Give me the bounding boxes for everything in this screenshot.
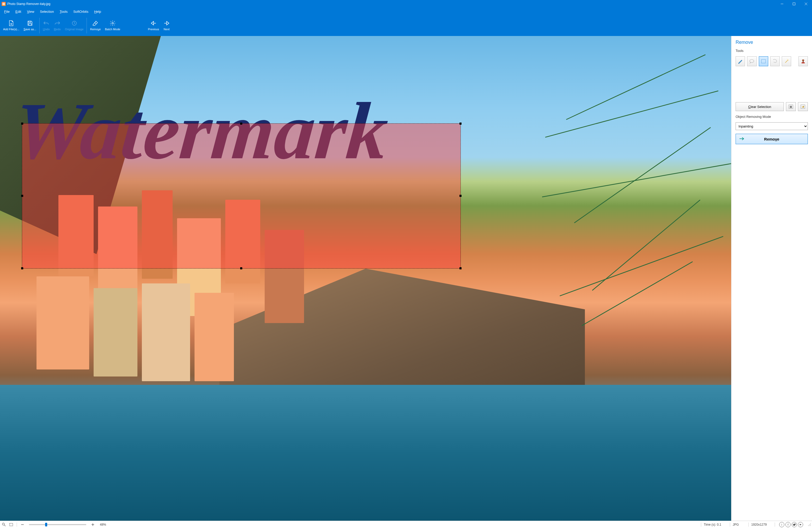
next-label: Next [164, 28, 170, 31]
magic-wand-tool[interactable] [782, 56, 791, 66]
remove-toolbar-button[interactable]: Remove [88, 16, 103, 35]
zoom-tool-icon[interactable] [1, 522, 7, 527]
remove-toolbar-label: Remove [90, 28, 101, 31]
original-image-button: Original Image [63, 16, 86, 35]
titlebar: Photo Stamp Remover - italy.jpg [0, 0, 812, 8]
add-file-icon [8, 20, 15, 27]
info-icon[interactable]: i [779, 522, 784, 527]
menubar: File Edit View Selection Tools SoftOrbit… [0, 8, 812, 15]
resize-grip-icon[interactable] [808, 523, 811, 526]
svg-point-31 [810, 523, 811, 524]
minimize-button[interactable] [776, 0, 788, 8]
selection-handle[interactable] [21, 195, 23, 197]
close-button[interactable] [800, 0, 812, 8]
original-image-icon [71, 20, 78, 27]
save-as-button[interactable]: Save as... [21, 16, 38, 35]
toolbar: Add File(s)... Save as... Undo Redo Orig… [0, 15, 812, 36]
toolbar-separator [39, 18, 40, 33]
add-files-button[interactable]: Add File(s)... [1, 16, 21, 35]
title-app-name: Photo Stamp Remover [7, 2, 39, 6]
undo-label: Undo [43, 28, 49, 31]
svg-rect-15 [762, 59, 766, 63]
menu-edit[interactable]: Edit [13, 9, 24, 15]
svg-rect-24 [801, 105, 805, 108]
svg-rect-27 [10, 523, 13, 526]
fit-screen-icon[interactable] [8, 522, 14, 527]
main-content: Watermark Remove Tools [0, 36, 812, 521]
original-image-label: Original Image [65, 28, 84, 31]
lasso-tool[interactable] [770, 56, 780, 66]
selection-handle[interactable] [460, 267, 462, 269]
svg-point-16 [788, 59, 788, 60]
svg-rect-8 [29, 24, 31, 25]
svg-point-17 [787, 59, 787, 59]
zoom-slider[interactable] [29, 524, 86, 525]
stamp-tool[interactable] [798, 56, 808, 66]
window-controls [776, 0, 812, 8]
svg-line-26 [4, 525, 5, 526]
canvas-area[interactable]: Watermark [0, 36, 731, 521]
tool-grid [736, 56, 808, 66]
arrow-right-icon [163, 20, 170, 27]
selection-handle[interactable] [240, 267, 242, 269]
maximize-button[interactable] [788, 0, 800, 8]
batch-mode-button[interactable]: Batch Mode [103, 16, 122, 35]
svg-rect-0 [2, 3, 5, 5]
save-selection-button[interactable] [786, 102, 796, 111]
twitter-icon[interactable] [792, 522, 797, 527]
selection-handle[interactable] [460, 122, 462, 124]
svg-rect-2 [793, 3, 795, 5]
menu-file[interactable]: File [2, 9, 12, 15]
zoom-slider-thumb[interactable] [45, 523, 47, 526]
selection-rectangle[interactable] [22, 123, 461, 269]
previous-button[interactable]: Previous [146, 16, 161, 35]
dimensions-label: 1920x1279 [751, 523, 772, 526]
title-file-name: italy.jpg [40, 2, 50, 6]
menu-help[interactable]: Help [91, 9, 104, 15]
zoom-in-button[interactable] [90, 522, 96, 527]
svg-point-18 [788, 60, 789, 61]
facebook-icon[interactable]: f [785, 522, 791, 527]
next-button[interactable]: Next [161, 16, 172, 35]
previous-label: Previous [148, 28, 159, 31]
svg-point-32 [809, 524, 810, 525]
arrow-left-icon [150, 20, 157, 27]
svg-rect-23 [790, 106, 792, 108]
format-label: JPG [733, 523, 746, 526]
selection-handle[interactable] [240, 122, 242, 124]
mode-label: Object Removing Mode [736, 115, 808, 119]
svg-line-10 [95, 23, 96, 24]
zoom-percent-label: 48% [100, 523, 106, 526]
batch-mode-label: Batch Mode [105, 28, 120, 31]
selection-handle[interactable] [21, 122, 23, 124]
remove-button[interactable]: Remove [736, 134, 808, 144]
redo-icon [54, 20, 61, 27]
save-icon [27, 20, 33, 27]
image-canvas[interactable]: Watermark [0, 36, 731, 521]
svg-point-36 [810, 525, 811, 526]
svg-point-35 [809, 525, 810, 526]
social-links: i f [779, 522, 803, 527]
selection-handle[interactable] [460, 195, 462, 197]
gear-icon [109, 20, 116, 27]
zoom-out-button[interactable] [19, 522, 25, 527]
menu-softorbits[interactable]: SoftOrbits [71, 9, 91, 15]
add-files-label: Add File(s)... [3, 28, 19, 31]
rectangle-select-tool[interactable] [759, 56, 768, 66]
svg-rect-7 [29, 21, 31, 23]
eraser-icon [92, 20, 99, 27]
youtube-icon[interactable] [798, 522, 803, 527]
menu-view[interactable]: View [24, 9, 37, 15]
free-select-tool[interactable] [747, 56, 756, 66]
menu-tools[interactable]: Tools [57, 9, 70, 15]
marker-tool[interactable] [736, 56, 745, 66]
clear-selection-button[interactable]: Clear Selection [736, 102, 784, 111]
right-panel: Remove Tools Clear Selection Object Remo… [731, 36, 812, 521]
menu-selection[interactable]: Selection [37, 9, 56, 15]
svg-rect-19 [801, 62, 805, 63]
removing-mode-select[interactable]: Inpainting [736, 122, 808, 130]
redo-label: Redo [54, 28, 61, 31]
selection-handle[interactable] [21, 267, 23, 269]
svg-point-25 [2, 523, 4, 525]
load-selection-button[interactable] [798, 102, 808, 111]
